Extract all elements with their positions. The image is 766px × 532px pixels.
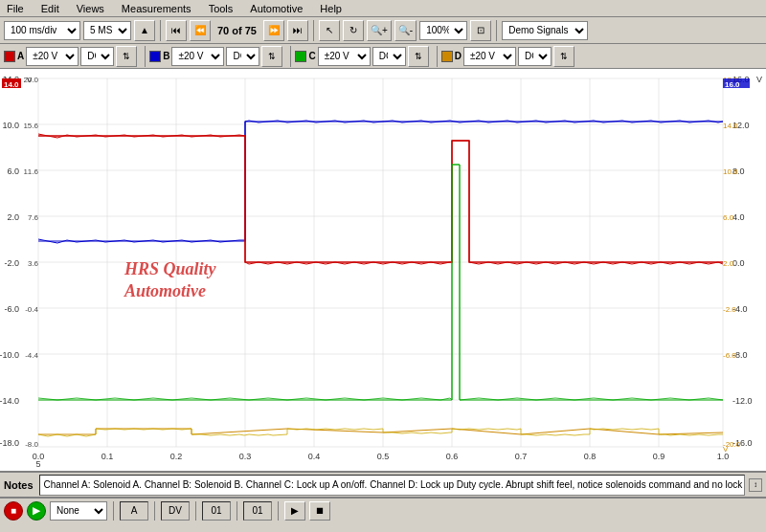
nav-prev[interactable]: ⏪ (190, 20, 211, 41)
channel-b-range[interactable]: ±20 V (171, 47, 224, 66)
sep1 (160, 20, 161, 41)
svg-text:HRS Quality: HRS Quality (124, 259, 217, 278)
channel-a-group: A ±20 V DC ⇅ (4, 46, 137, 67)
svg-text:2.0: 2.0 (723, 259, 734, 268)
svg-text:-12.0: -12.0 (732, 396, 753, 406)
channel-b-coupling[interactable]: DC (226, 47, 259, 66)
svg-text:-8.0: -8.0 (25, 440, 38, 449)
svg-text:6.0: 6.0 (7, 166, 19, 176)
svg-text:11.6: 11.6 (23, 167, 38, 176)
svg-text:Automotive: Automotive (124, 281, 206, 300)
zoom-in-btn[interactable]: 🔍+ (367, 20, 392, 41)
zoom-out-btn[interactable]: 🔍- (394, 20, 417, 41)
page-info: 70 of 75 (214, 25, 260, 36)
svg-text:1.0: 1.0 (717, 452, 730, 461)
menu-help[interactable]: Help (317, 3, 345, 14)
svg-text:0.8: 0.8 (584, 452, 597, 461)
status-sep3 (195, 501, 196, 521)
channel-b-invert[interactable]: ⇅ (261, 46, 282, 67)
svg-text:-2.0: -2.0 (723, 305, 736, 314)
chart-area[interactable]: 14.0 10.0 6.0 2.0 -2.0 -6.0 -10.0 -14.0 … (0, 69, 766, 471)
channel-d-invert[interactable]: ⇅ (553, 46, 574, 67)
svg-text:-2.0: -2.0 (4, 258, 19, 268)
mem-depth-up[interactable]: ▲ (134, 20, 155, 41)
svg-text:0.9: 0.9 (653, 452, 665, 461)
cursor-btn[interactable]: ↖ (319, 20, 340, 41)
channel-c-invert[interactable]: ⇅ (408, 46, 429, 67)
svg-text:-14.0: -14.0 (0, 396, 19, 406)
time-div-select[interactable]: 100 ms/div (4, 21, 80, 40)
svg-text:0.6: 0.6 (446, 452, 459, 461)
svg-text:3.6: 3.6 (28, 259, 39, 268)
status-none-select[interactable]: None (50, 501, 107, 521)
status-sep2 (154, 501, 155, 521)
svg-text:V: V (756, 75, 762, 84)
svg-text:6.0: 6.0 (723, 213, 734, 222)
demo-signals-select[interactable]: Demo Signals (502, 21, 588, 40)
status-icon2[interactable]: ⏹ (309, 501, 330, 521)
zoom-fit[interactable]: ⊡ (470, 20, 491, 41)
rotate-btn[interactable]: ↻ (343, 20, 364, 41)
channel-d-range[interactable]: ±20 V (463, 47, 516, 66)
sep-c (437, 46, 438, 67)
svg-text:2.0: 2.0 (7, 212, 19, 222)
menu-measurements[interactable]: Measurements (119, 3, 194, 14)
svg-text:10.0: 10.0 (723, 167, 738, 176)
menu-tools[interactable]: Tools (206, 3, 237, 14)
status-01a: 01 (202, 501, 231, 521)
svg-text:V: V (27, 76, 33, 84)
channel-a-color (4, 51, 15, 62)
mem-depth-select[interactable]: 5 MS (83, 21, 131, 40)
channel-c-range[interactable]: ±20 V (318, 47, 371, 66)
status-sep5 (278, 501, 279, 521)
channel-b-label: B (163, 51, 169, 61)
status-dv: DV (161, 501, 190, 521)
svg-text:0.5: 0.5 (377, 452, 390, 461)
nav-first[interactable]: ⏮ (166, 20, 187, 41)
svg-text:-10.0: -10.0 (0, 350, 19, 360)
svg-text:16.0: 16.0 (725, 80, 740, 89)
zoom-select[interactable]: 100% (419, 21, 467, 40)
svg-text:7.6: 7.6 (28, 213, 39, 222)
menu-edit[interactable]: Edit (38, 3, 62, 14)
notes-panel: Notes Channel A: Solenoid A. Channel B: … (0, 471, 766, 498)
svg-text:15.6: 15.6 (23, 122, 38, 130)
svg-text:0.0: 0.0 (732, 258, 745, 268)
status-sep1 (113, 501, 114, 521)
chart-svg: 14.0 10.0 6.0 2.0 -2.0 -6.0 -10.0 -14.0 … (0, 69, 766, 471)
menu-automotive[interactable]: Automotive (247, 3, 305, 14)
channel-c-label: C (308, 51, 315, 61)
stop-button[interactable]: ■ (4, 501, 23, 521)
sep-b (290, 46, 291, 67)
svg-text:10.0: 10.0 (2, 121, 19, 130)
svg-text:14.0: 14.0 (4, 80, 19, 89)
notes-resize[interactable]: ↕ (749, 478, 762, 492)
channel-c-coupling[interactable]: DC (372, 47, 406, 66)
nav-next[interactable]: ⏩ (263, 20, 284, 41)
channel-a-coupling[interactable]: DC (80, 47, 114, 66)
svg-text:0.2: 0.2 (170, 452, 183, 461)
svg-text:-6.0: -6.0 (723, 351, 736, 360)
run-button[interactable]: ▶ (27, 501, 46, 521)
svg-text:0.3: 0.3 (239, 452, 252, 461)
status-sep4 (237, 501, 237, 521)
svg-text:14.0: 14.0 (723, 122, 738, 130)
sep-a (145, 46, 146, 67)
notes-text: Channel A: Solenoid A. Channel B: Soleno… (39, 475, 745, 496)
svg-text:-0.4: -0.4 (25, 305, 38, 314)
menu-views[interactable]: Views (74, 3, 107, 14)
menu-file[interactable]: File (4, 3, 27, 14)
status-icon1[interactable]: ▶ (284, 501, 305, 521)
svg-text:4.0: 4.0 (732, 212, 745, 222)
menubar: File Edit Views Measurements Tools Autom… (0, 0, 766, 17)
sep3 (496, 20, 497, 41)
channel-a-label: A (17, 51, 24, 61)
status-a: A (120, 501, 148, 521)
nav-last[interactable]: ⏭ (287, 20, 308, 41)
channel-a-range[interactable]: ±20 V (26, 47, 79, 66)
channel-b-color (149, 51, 161, 62)
statusbar: ■ ▶ None A DV 01 01 ▶ ⏹ (0, 498, 766, 522)
svg-text:0.4: 0.4 (308, 452, 321, 461)
channel-a-invert[interactable]: ⇅ (116, 46, 137, 67)
channel-d-coupling[interactable]: DC (518, 47, 552, 66)
